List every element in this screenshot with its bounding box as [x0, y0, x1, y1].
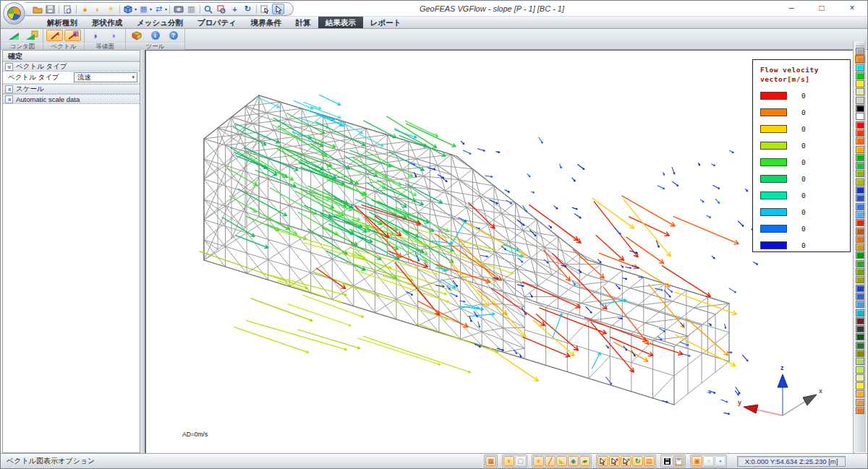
toolbar-grip[interactable] — [856, 42, 864, 46]
palette-color-swatch[interactable] — [856, 178, 864, 186]
save-image-light-icon[interactable] — [673, 456, 684, 466]
palette-color-swatch[interactable] — [856, 219, 864, 226]
palette-color-swatch[interactable] — [856, 301, 864, 308]
tab-mesh-division[interactable]: メッシュ分割 — [129, 17, 190, 28]
element-select-icon[interactable]: ▢ — [515, 456, 526, 466]
options-cube-icon[interactable] — [129, 30, 145, 41]
animation-icon[interactable]: ▤ — [644, 456, 655, 466]
section-auto-scale[interactable]: » Automatic scale data — [3, 94, 140, 104]
vector-3d-icon[interactable] — [64, 30, 81, 41]
shading-icon[interactable]: ● — [79, 4, 91, 14]
vector-2d-icon[interactable] — [46, 30, 63, 41]
dropdown-arrow-icon[interactable]: ▾ — [150, 7, 152, 12]
palette-color-swatch[interactable] — [856, 244, 864, 251]
maximize-button[interactable]: □ — [807, 1, 837, 17]
palette-color-swatch[interactable] — [856, 146, 864, 153]
palette-color-swatch[interactable] — [856, 350, 864, 357]
line-entity-icon[interactable]: ╱ — [545, 456, 556, 466]
zoom-icon[interactable] — [203, 4, 215, 14]
point-entity-icon[interactable]: ● — [533, 456, 544, 466]
view-direction-icon[interactable]: ⇄ — [153, 4, 165, 14]
palette-color-swatch[interactable] — [856, 211, 864, 218]
pan-icon[interactable]: + — [229, 4, 241, 14]
dropdown-arrow-icon[interactable]: ▾ — [135, 7, 137, 12]
viewport-3d[interactable]: AD=0m/s z y x Flow velocity vector[m/s] … — [145, 50, 854, 455]
palette-color-swatch[interactable] — [856, 186, 864, 194]
refresh-view-icon[interactable]: ↻ — [632, 456, 643, 466]
palette-color-swatch[interactable] — [856, 268, 864, 275]
pointer-icon[interactable] — [272, 4, 284, 14]
select-object-icon[interactable] — [259, 4, 271, 14]
isosurface-cap-icon[interactable]: ◗ — [106, 30, 122, 41]
palette-color-swatch[interactable] — [856, 407, 864, 414]
contour-2d-icon[interactable] — [5, 30, 22, 41]
palette-color-swatch[interactable] — [856, 358, 864, 365]
zoom-window-icon[interactable] — [216, 4, 228, 14]
tab-report[interactable]: レポート — [363, 17, 409, 28]
tab-properties[interactable]: プロパティ — [190, 17, 244, 28]
palette-color-swatch[interactable] — [856, 56, 864, 63]
palette-color-swatch[interactable] — [856, 203, 864, 210]
palette-color-swatch[interactable] — [856, 48, 864, 55]
vector-type-select[interactable]: 流速 ▾ — [74, 72, 137, 82]
palette-color-swatch[interactable] — [856, 228, 864, 235]
section-scale[interactable]: » スケール — [3, 84, 140, 94]
chevron-up-icon[interactable]: » — [5, 95, 13, 103]
application-menu-button[interactable] — [3, 2, 25, 25]
tab-boundary-conditions[interactable]: 境界条件 — [244, 17, 289, 28]
layer-off-icon[interactable]: ▫ — [703, 456, 714, 466]
palette-color-swatch[interactable] — [856, 260, 864, 267]
light-icon[interactable]: ☀ — [105, 4, 117, 14]
display-mode-icon[interactable]: ▦ — [137, 4, 150, 14]
window-layout-icon[interactable]: ▣ — [692, 456, 702, 466]
tab-shape-creation[interactable]: 形状作成 — [85, 17, 129, 28]
minimize-button[interactable]: – — [776, 1, 807, 17]
pick-face-icon[interactable] — [621, 456, 631, 466]
palette-color-swatch[interactable] — [856, 382, 864, 390]
layer-on-icon[interactable]: ▪ — [715, 456, 726, 466]
render-mode-icon[interactable]: ◐ — [92, 4, 104, 14]
palette-color-swatch[interactable] — [856, 317, 864, 324]
info-icon[interactable]: i — [147, 30, 163, 41]
open-folder-icon[interactable] — [31, 4, 43, 14]
chevron-up-icon[interactable]: » — [5, 85, 13, 93]
palette-color-swatch[interactable] — [856, 194, 864, 202]
section-vector-type[interactable]: » ベクトル タイプ — [3, 61, 140, 72]
palette-color-swatch[interactable] — [856, 325, 864, 332]
face-entity-icon[interactable]: ◣ — [556, 456, 567, 466]
palette-color-swatch[interactable] — [856, 342, 864, 349]
palette-color-swatch[interactable] — [856, 154, 864, 161]
palette-color-swatch[interactable] — [856, 162, 864, 169]
palette-color-swatch[interactable] — [856, 105, 864, 112]
palette-color-swatch[interactable] — [856, 285, 864, 292]
node-select-icon[interactable]: ● — [503, 456, 514, 466]
palette-color-swatch[interactable] — [856, 390, 864, 397]
help-icon[interactable]: ? — [165, 30, 182, 41]
palette-color-swatch[interactable] — [856, 97, 864, 104]
palette-color-swatch[interactable] — [856, 72, 864, 79]
palette-color-swatch[interactable] — [856, 236, 864, 243]
tab-calculation[interactable]: 計算 — [289, 17, 318, 28]
view-cube-icon[interactable] — [122, 4, 135, 14]
palette-color-swatch[interactable] — [856, 129, 864, 137]
snapshot-icon[interactable] — [172, 4, 184, 14]
palette-color-swatch[interactable] — [856, 170, 864, 177]
print-preview-icon[interactable] — [61, 4, 74, 14]
chevron-down-icon[interactable]: » — [5, 63, 13, 71]
palette-color-swatch[interactable] — [856, 276, 864, 283]
palette-color-swatch[interactable] — [856, 374, 864, 382]
save-image-dark-icon[interactable] — [662, 456, 673, 466]
tab-analysis-type[interactable]: 解析種別 — [40, 17, 85, 28]
palette-color-swatch[interactable] — [856, 88, 864, 95]
palette-color-swatch[interactable] — [856, 309, 864, 317]
palette-color-swatch[interactable] — [856, 64, 864, 72]
close-button[interactable]: × — [837, 1, 867, 17]
grid-snap-icon[interactable]: ▦ — [485, 456, 496, 466]
palette-color-swatch[interactable] — [856, 113, 864, 120]
palette-color-swatch[interactable] — [856, 137, 864, 145]
tab-result-display[interactable]: 結果表示 — [318, 17, 363, 28]
panel-splitter[interactable] — [140, 50, 145, 453]
pick-node-icon[interactable] — [597, 456, 608, 466]
dropdown-arrow-icon[interactable]: ▾ — [165, 7, 167, 12]
palette-color-swatch[interactable] — [856, 80, 864, 87]
